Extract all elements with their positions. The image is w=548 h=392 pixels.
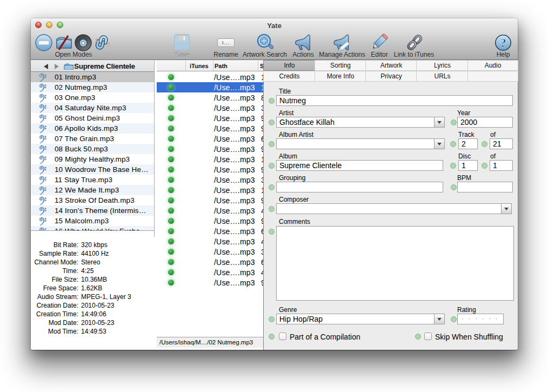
svg-text:?: ?: [500, 36, 506, 50]
